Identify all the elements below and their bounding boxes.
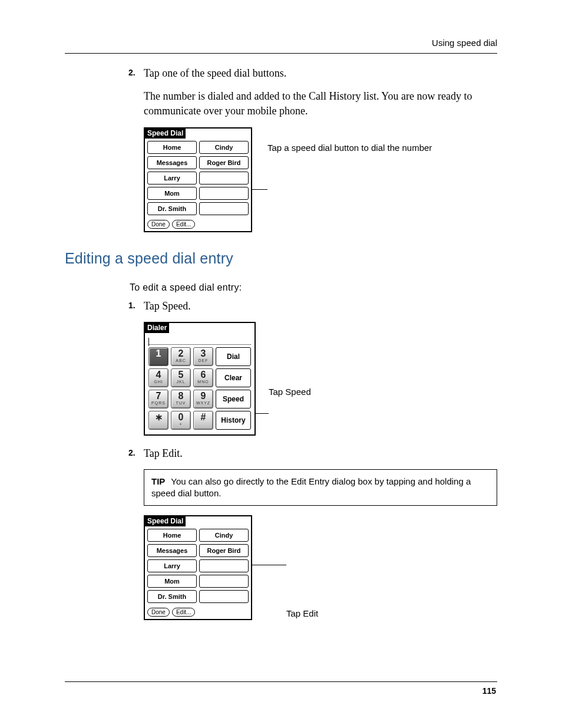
speed-dial-button[interactable]: Larry bbox=[147, 559, 197, 572]
edit-button[interactable]: Edit... bbox=[172, 608, 196, 617]
keypad-5[interactable]: 5JKL bbox=[171, 368, 191, 387]
step-text: Tap Speed. bbox=[144, 299, 497, 314]
speed-dial-button[interactable]: Cindy bbox=[199, 141, 249, 154]
clear-button[interactable]: Clear bbox=[216, 368, 251, 387]
speed-dial-button[interactable] bbox=[199, 172, 249, 185]
speed-dial-button[interactable]: Messages bbox=[147, 544, 197, 557]
keypad-7[interactable]: 7PQRS bbox=[148, 390, 168, 409]
figure-dialer: Dialer 1 2ABC 3DEF Dial 4GHI 5JKL 6MNO C… bbox=[144, 322, 497, 436]
screen-title: Speed Dial bbox=[145, 516, 186, 526]
callout-text: Tap a speed dial button to dial the numb… bbox=[267, 143, 432, 153]
speed-dial-button[interactable]: Home bbox=[147, 141, 197, 154]
speed-dial-button[interactable]: Roger Bird bbox=[199, 156, 249, 169]
page-content: 2. Tap one of the speed dial buttons. Th… bbox=[65, 66, 497, 620]
speed-dial-button[interactable]: Mom bbox=[147, 187, 197, 200]
keypad-hash[interactable]: # bbox=[193, 411, 213, 430]
callout-text: Tap Edit bbox=[286, 608, 318, 618]
step-marker: 2. bbox=[128, 447, 135, 459]
step-followup: The number is dialed and added to the Ca… bbox=[144, 89, 497, 118]
speed-dial-button[interactable]: Roger Bird bbox=[199, 544, 249, 557]
step-1: 1. Tap Speed. bbox=[65, 299, 497, 314]
screen-title: Dialer bbox=[145, 323, 169, 333]
keypad-4[interactable]: 4GHI bbox=[148, 368, 168, 387]
speed-dial-screen: Speed Dial Home Cindy Messages Roger Bir… bbox=[144, 127, 252, 232]
speed-button[interactable]: Speed bbox=[216, 390, 251, 409]
step-marker: 2. bbox=[128, 67, 135, 79]
speed-dial-button[interactable] bbox=[199, 559, 249, 572]
keypad-3[interactable]: 3DEF bbox=[193, 347, 213, 366]
speed-dial-screen: Speed Dial Home Cindy Messages Roger Bir… bbox=[144, 515, 252, 620]
screen-title: Speed Dial bbox=[145, 129, 186, 139]
keypad-1[interactable]: 1 bbox=[148, 347, 168, 366]
running-head: Using speed dial bbox=[432, 38, 497, 48]
callout-connector bbox=[252, 565, 286, 565]
speed-dial-button[interactable] bbox=[199, 202, 249, 215]
speed-dial-button[interactable]: Dr. Smith bbox=[147, 202, 197, 215]
callout-connector bbox=[256, 413, 269, 414]
figure-speed-dial-2: Speed Dial Home Cindy Messages Roger Bir… bbox=[144, 515, 497, 620]
step-2: 2. Tap Edit. bbox=[65, 446, 497, 461]
speed-dial-button[interactable] bbox=[199, 187, 249, 200]
speed-dial-button[interactable]: Cindy bbox=[199, 529, 249, 542]
callout-text: Tap Speed bbox=[269, 387, 311, 397]
figure-speed-dial-1: Speed Dial Home Cindy Messages Roger Bir… bbox=[144, 127, 497, 232]
keypad-9[interactable]: 9WXYZ bbox=[193, 390, 213, 409]
tip-box: TIPYou can also go directly to the Edit … bbox=[144, 469, 497, 506]
step-2-prev: 2. Tap one of the speed dial buttons. Th… bbox=[65, 66, 497, 119]
speed-dial-button[interactable]: Larry bbox=[147, 172, 197, 185]
header-rule bbox=[65, 53, 497, 54]
tip-label: TIP bbox=[151, 476, 165, 486]
done-button[interactable]: Done bbox=[147, 608, 170, 617]
speed-dial-button[interactable]: Dr. Smith bbox=[147, 590, 197, 603]
speed-dial-button[interactable] bbox=[199, 590, 249, 603]
page-number: 115 bbox=[482, 686, 496, 696]
speed-dial-button[interactable]: Messages bbox=[147, 156, 197, 169]
keypad-star[interactable]: ∗ bbox=[148, 411, 168, 430]
footer-rule bbox=[65, 681, 497, 682]
callout-connector bbox=[252, 189, 267, 190]
keypad-6[interactable]: 6MNO bbox=[193, 368, 213, 387]
done-button[interactable]: Done bbox=[147, 220, 170, 229]
speed-dial-button[interactable]: Mom bbox=[147, 575, 197, 588]
section-heading: Editing a speed dial entry bbox=[65, 250, 497, 267]
keypad-2[interactable]: 2ABC bbox=[171, 347, 191, 366]
step-marker: 1. bbox=[128, 300, 135, 312]
dialer-input[interactable] bbox=[148, 335, 251, 345]
procedure-heading: To edit a speed dial entry: bbox=[65, 282, 497, 293]
dialer-screen: Dialer 1 2ABC 3DEF Dial 4GHI 5JKL 6MNO C… bbox=[144, 322, 256, 436]
dial-button[interactable]: Dial bbox=[216, 347, 251, 366]
step-text: Tap one of the speed dial buttons. bbox=[144, 66, 497, 81]
edit-button[interactable]: Edit... bbox=[172, 220, 196, 229]
step-text: Tap Edit. bbox=[144, 446, 497, 461]
history-button[interactable]: History bbox=[216, 411, 251, 430]
keypad-8[interactable]: 8TUV bbox=[171, 390, 191, 409]
tip-text: You can also go directly to the Edit Ent… bbox=[151, 476, 471, 498]
keypad-0[interactable]: 0+ bbox=[171, 411, 191, 430]
speed-dial-button[interactable] bbox=[199, 575, 249, 588]
speed-dial-button[interactable]: Home bbox=[147, 529, 197, 542]
